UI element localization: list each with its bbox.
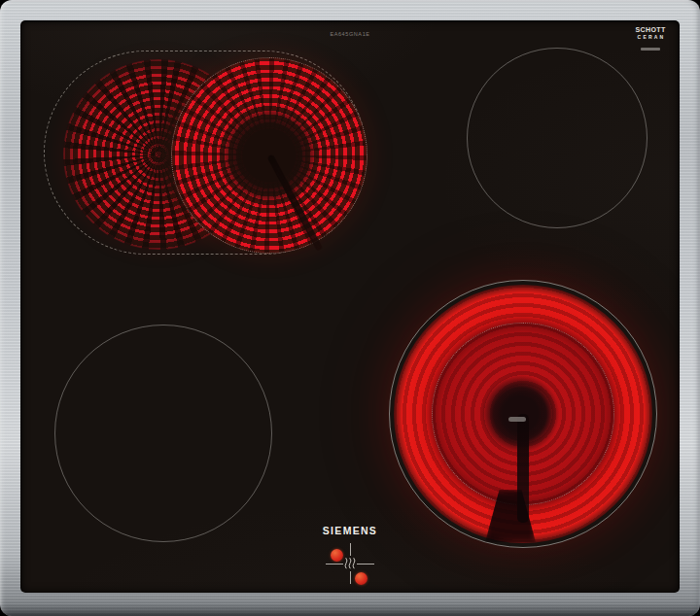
model-label: EA645GNA1E [301,31,399,37]
zone-rear-right-outline [467,48,648,228]
siemens-logo: SIEMENS [301,525,399,536]
glass-brand-fineprint-bar [641,48,660,51]
glass-brand-line2: CERAN [633,34,668,40]
sensor-center-cap [508,417,526,422]
hot-zone-dot-rear-left [331,549,343,562]
zone-rear-left-main-glow [171,57,368,254]
glass-brand-line1: SCHOTT [633,26,668,34]
frame-bottom-edge [0,604,700,616]
residual-heat-indicator [317,540,385,589]
cross-line-horizontal-left [326,564,343,565]
ceramic-glass-surface: EA645GNA1E SCHOTT CERAN SIEMENS [20,20,680,593]
zone-rear-left-roasting [44,51,367,255]
glass-brand-logo: SCHOTT CERAN [633,26,668,51]
hot-zone-dot-front-right [355,572,368,585]
cross-line-vertical-bottom [350,571,351,584]
zone-front-left-outline [54,325,272,542]
temperature-sensor-rod-icon [266,154,323,251]
cross-line-vertical-top [350,543,351,556]
zone-front-right-dual [389,280,657,548]
cross-line-horizontal-right [357,564,374,565]
hob-steel-frame: EA645GNA1E SCHOTT CERAN SIEMENS [0,0,700,616]
heat-waves-icon [344,557,356,570]
